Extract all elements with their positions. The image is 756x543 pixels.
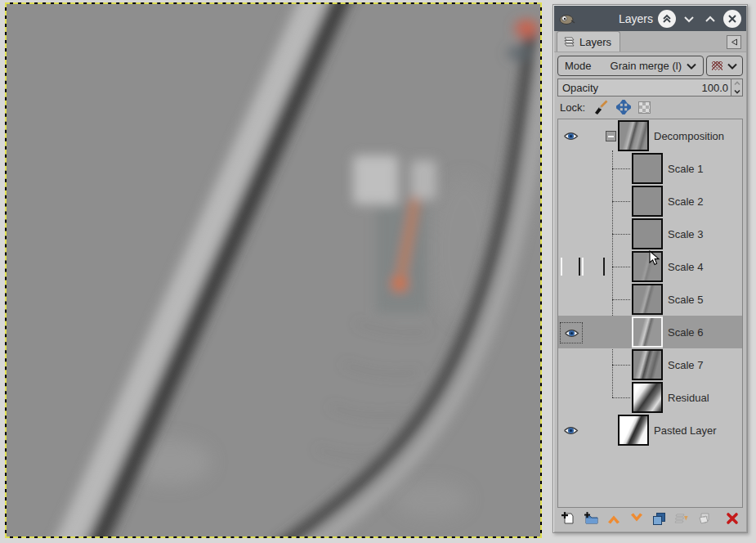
layer-row-scale3[interactable]: Scale 3 — [558, 218, 742, 250]
layer-thumbnail[interactable] — [632, 349, 663, 380]
layers-stack-icon — [562, 36, 575, 47]
layer-row-decomposition[interactable]: Decomposition — [558, 119, 742, 152]
close-icon — [727, 14, 737, 24]
layer-name[interactable]: Scale 3 — [668, 228, 703, 240]
lock-row: Lock: — [560, 98, 651, 116]
chevron-down-icon — [687, 63, 696, 70]
opacity-spinner — [731, 79, 742, 96]
layer-thumbnail[interactable] — [632, 316, 663, 348]
alpha-checker-icon[interactable] — [638, 101, 651, 114]
layer-row-scale1[interactable]: Scale 1 — [558, 152, 742, 185]
gimp-screen: Layers — [0, 0, 756, 543]
mode-label: Mode — [565, 60, 592, 72]
layer-name[interactable]: Pasted Layer — [654, 424, 717, 437]
sheets-icon — [696, 510, 713, 527]
new-layer-button[interactable] — [559, 509, 578, 528]
dock-title: Layers — [619, 12, 653, 25]
layer-row-pasted[interactable]: Pasted Layer — [558, 414, 742, 447]
layer-name[interactable]: Scale 1 — [668, 163, 703, 175]
shade-button[interactable] — [658, 10, 676, 28]
layer-name[interactable]: Residual — [668, 392, 709, 404]
blend-space-dropdown[interactable] — [706, 56, 743, 76]
layer-thumbnail[interactable] — [632, 382, 663, 413]
group-expander[interactable] — [606, 131, 616, 141]
layer-name[interactable]: Scale 7 — [668, 359, 703, 371]
dock-tab-row: Layers — [554, 31, 746, 52]
image-canvas[interactable] — [7, 4, 540, 536]
lock-label: Lock: — [560, 101, 585, 114]
layer-thumbnail[interactable] — [632, 186, 663, 217]
crosshatch-swatch-icon — [712, 61, 722, 70]
dock-raise-button[interactable] — [702, 11, 718, 27]
layer-thumbnail[interactable] — [618, 120, 649, 151]
paintbrush-icon[interactable] — [593, 99, 609, 115]
layer-thumbnail[interactable] — [618, 415, 649, 446]
dock-lower-button[interactable] — [681, 11, 697, 27]
tab-label: Layers — [579, 36, 611, 48]
visibility-eye-icon[interactable] — [560, 126, 581, 146]
close-button[interactable] — [723, 10, 741, 28]
layer-thumbnail[interactable] — [632, 218, 663, 249]
shade-double-chevron-icon — [661, 13, 673, 25]
mode-row: Mode Grain merge (l) — [557, 56, 743, 76]
lines-down-arrow-icon — [673, 510, 690, 527]
opacity-value: 100.0 — [701, 82, 731, 94]
layer-name[interactable]: Scale 2 — [668, 195, 703, 208]
chevron-up-icon — [606, 510, 622, 527]
mouse-cursor — [649, 250, 660, 267]
visibility-eye-icon[interactable] — [560, 420, 581, 440]
visibility-eye-icon[interactable] — [560, 322, 583, 343]
layer-name[interactable]: Scale 5 — [668, 294, 703, 306]
layer-name[interactable]: Scale 4 — [668, 261, 703, 273]
layer-name[interactable]: Scale 6 — [668, 326, 703, 339]
page-plus-icon — [560, 510, 576, 527]
dock-titlebar[interactable]: Layers — [554, 6, 746, 31]
chevron-down-icon — [629, 510, 645, 527]
layer-list[interactable]: Decomposition Scale 1 Scale 2 Scale 3 Sc… — [557, 119, 743, 508]
raise-layer-button[interactable] — [605, 509, 624, 528]
opacity-slider[interactable]: Opacity 100.0 — [557, 79, 743, 96]
layer-thumbnail[interactable] — [632, 284, 663, 315]
mode-value: Grain merge (l) — [611, 60, 682, 72]
tab-layers[interactable]: Layers — [557, 31, 620, 52]
new-group-button[interactable] — [582, 509, 601, 528]
move-cross-icon[interactable] — [616, 100, 631, 114]
layer-name[interactable]: Decomposition — [654, 130, 724, 142]
canvas-boundary — [5, 2, 542, 538]
layer-row-scale5[interactable]: Scale 5 — [558, 283, 742, 316]
layers-dock-window: Layers — [552, 4, 748, 533]
layers-toolbar — [554, 506, 746, 531]
tab-menu-arrow-icon — [731, 38, 738, 46]
layer-row-residual[interactable]: Residual — [558, 381, 742, 414]
chevron-down-icon — [683, 15, 695, 23]
merge-down-button[interactable] — [673, 509, 691, 528]
layer-row-scale7[interactable]: Scale 7 — [558, 348, 742, 381]
red-x-icon — [725, 511, 740, 526]
anchor-layer-button[interactable] — [696, 509, 714, 528]
layer-row-scale6-selected[interactable]: Scale 6 — [558, 316, 742, 348]
folder-plus-icon — [583, 510, 599, 527]
spin-down-icon — [734, 89, 740, 94]
tab-menu-button[interactable] — [727, 35, 741, 49]
layer-mode-dropdown[interactable]: Mode Grain merge (l) — [557, 56, 704, 76]
chevron-up-icon — [705, 15, 716, 23]
lower-layer-button[interactable] — [627, 509, 646, 528]
duplicate-layer-button[interactable] — [650, 509, 669, 528]
layer-row-scale2[interactable]: Scale 2 — [558, 185, 742, 218]
delete-layer-button[interactable] — [722, 509, 741, 528]
spin-up-button[interactable] — [731, 79, 742, 88]
spin-up-icon — [734, 81, 740, 86]
wilber-icon — [559, 12, 575, 25]
two-squares-icon — [651, 510, 667, 527]
opacity-label: Opacity — [558, 82, 598, 94]
layer-thumbnail[interactable] — [632, 153, 663, 184]
spin-down-button[interactable] — [731, 88, 742, 96]
chevron-down-icon — [727, 63, 737, 70]
